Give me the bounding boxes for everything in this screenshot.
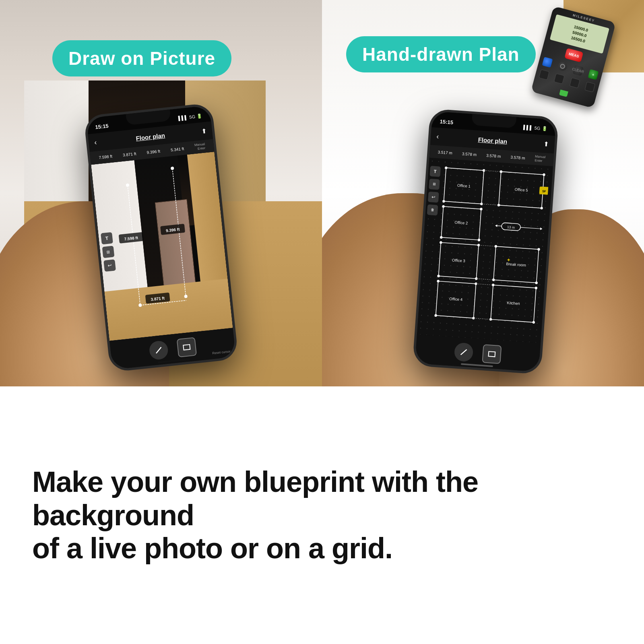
svg-point-22 <box>480 208 483 211</box>
laser-red-btn[interactable]: MEAS <box>564 48 583 62</box>
svg-line-46 <box>520 227 540 229</box>
svg-point-24 <box>478 239 481 242</box>
meas-label: MEAS <box>568 52 580 58</box>
back-button-right[interactable]: ‹ <box>436 132 439 140</box>
grid-tool[interactable]: ⊞ <box>102 246 115 258</box>
bottom-section: Make your own blueprint with the backgro… <box>0 386 644 644</box>
right-phone: 15:15 ▌▌▌ 5G 🔋 ‹ Floor plan ⬆ <box>412 109 559 375</box>
svg-point-52 <box>535 281 538 284</box>
svg-line-63 <box>476 279 493 280</box>
meas-r-4: 3.578 m <box>510 155 525 160</box>
grid-tool-r[interactable]: ⊞ <box>429 179 440 190</box>
meas-val-2: 3.871 ft <box>122 151 136 157</box>
svg-line-65 <box>461 349 467 355</box>
meas-val-4: 5.341 ft <box>170 146 184 152</box>
status-time-left: 15:15 <box>95 123 109 130</box>
meas-r-2: 3.578 m <box>462 151 477 157</box>
laser-btn-power[interactable] <box>557 61 568 72</box>
delete-tool-r[interactable]: 🗑 <box>427 204 438 216</box>
share-button-right[interactable]: ⬆ <box>543 140 549 148</box>
top-half: Draw on Picture 15:15 ▌▌▌ <box>0 0 644 386</box>
rect-tool-btn[interactable] <box>177 337 197 358</box>
svg-rect-66 <box>489 351 495 357</box>
svg-point-33 <box>434 314 437 317</box>
status-time-right: 15:15 <box>440 118 453 125</box>
kitchen-label: Kitchen <box>507 300 520 305</box>
laser-screen-text: 15000.0 50000.0 16500.0 <box>570 24 589 44</box>
line-icon <box>154 345 163 355</box>
svg-point-31 <box>437 280 440 283</box>
office3-label: Office 3 <box>452 258 466 263</box>
meas-r-1: 3.517 m <box>438 150 452 155</box>
share-button-left[interactable]: ⬆ <box>201 127 207 135</box>
undo-tool[interactable]: ↩ <box>103 259 116 272</box>
undo-tool-r[interactable]: ↩ <box>428 192 439 203</box>
bottom-line2: of a live photo or on a grid. <box>32 532 612 565</box>
right-panel: MILESEEY 15000.0 50000.0 16500.0 MEAS <box>322 0 644 386</box>
svg-rect-14 <box>183 345 190 350</box>
meas-r-3: 3.578 m <box>486 153 501 158</box>
svg-line-64 <box>474 318 491 319</box>
laser-btn-blue[interactable] <box>542 57 553 68</box>
left-panel: Draw on Picture 15:15 ▌▌▌ <box>0 0 322 386</box>
svg-point-1 <box>126 184 130 187</box>
svg-point-18 <box>442 200 445 203</box>
svg-marker-45 <box>495 224 497 227</box>
laser-btn-misc1[interactable] <box>539 69 549 80</box>
svg-point-50 <box>537 248 540 251</box>
svg-point-58 <box>532 321 535 324</box>
svg-line-0 <box>128 185 140 305</box>
photo-area: 7.598 ft 9.396 ft 3.871 ft T ⊞ <box>91 152 233 341</box>
laser-btn-plus[interactable]: + <box>588 69 599 80</box>
svg-text:SF: SF <box>542 190 547 194</box>
svg-line-60 <box>479 245 496 246</box>
manual-enter-left[interactable]: ManualEnter <box>194 142 206 151</box>
laser-screen: 15000.0 50000.0 16500.0 <box>550 14 609 54</box>
line-icon-r <box>459 347 468 357</box>
laser-btn-clear[interactable]: CLEAR <box>572 65 583 76</box>
nav-title-left: Floor plan <box>136 132 165 141</box>
floorplan-area: Office 1 Office 2 <box>417 158 553 343</box>
svg-text:13 m: 13 m <box>507 225 515 229</box>
bottom-text-block: Make your own blueprint with the backgro… <box>32 465 612 565</box>
meas-val-1: 7.598 ft <box>99 154 112 159</box>
draw-on-picture-badge: Draw on Picture <box>52 40 231 76</box>
status-icons-left: ▌▌▌ 5G 🔋 <box>178 113 203 121</box>
svg-line-61 <box>476 284 493 285</box>
svg-point-16 <box>445 166 448 169</box>
line-tool-btn-r[interactable] <box>454 342 474 362</box>
svg-text:✦: ✦ <box>506 257 511 263</box>
laser-btn-misc3[interactable] <box>569 77 580 88</box>
text-tool-r[interactable]: T <box>429 166 441 177</box>
office1-label: Office 1 <box>457 183 471 188</box>
line-tool-btn[interactable] <box>149 340 169 361</box>
svg-point-21 <box>442 205 445 208</box>
reset-cursor-label: Reset cursor <box>212 350 231 355</box>
svg-line-59 <box>484 170 501 171</box>
nav-title-right: Floor plan <box>478 136 508 145</box>
svg-line-62 <box>481 204 499 205</box>
svg-point-39 <box>540 207 543 210</box>
rect-icon-r <box>487 351 496 357</box>
power-icon <box>560 63 566 69</box>
laser-btn-misc4[interactable] <box>584 82 595 93</box>
status-icons-right: ▌▌▌ 5G 🔋 <box>523 124 548 131</box>
hand-drawn-plan-badge: Hand-drawn Plan <box>346 36 536 72</box>
rect-tool-btn-r[interactable] <box>482 344 502 364</box>
text-tool[interactable]: T <box>101 232 113 245</box>
back-button-left[interactable]: ‹ <box>94 138 97 147</box>
svg-point-4 <box>171 167 174 170</box>
left-phone: 15:15 ▌▌▌ 5G 🔋 ‹ Floor plan ⬆ <box>83 103 238 372</box>
floorplan-svg: Office 1 Office 2 <box>426 158 550 343</box>
svg-point-26 <box>440 241 442 244</box>
office5-label: Office 5 <box>514 187 528 192</box>
svg-point-37 <box>543 173 545 176</box>
office4-label: Office 4 <box>449 296 463 301</box>
svg-line-44 <box>497 226 502 226</box>
laser-btn-misc2[interactable] <box>554 73 565 84</box>
manual-enter-right[interactable]: ManualEnter <box>535 155 546 163</box>
svg-point-56 <box>535 287 537 289</box>
svg-point-23 <box>440 236 443 239</box>
main-container: Draw on Picture 15:15 ▌▌▌ <box>0 0 644 644</box>
meas-val-3: 9.396 ft <box>147 149 160 155</box>
